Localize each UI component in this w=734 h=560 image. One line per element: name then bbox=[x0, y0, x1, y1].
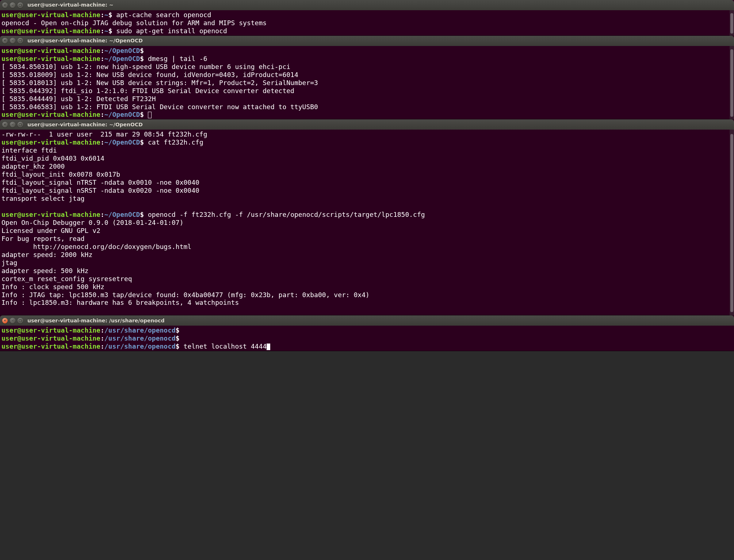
terminal-text: ftdi_layout_signal nTRST -ndata 0x0010 -… bbox=[1, 179, 199, 186]
terminal-text: [ 5835.044449] usb 1-2: Detected FT232H bbox=[1, 95, 156, 103]
terminal-line: [ 5835.018013] usb 1-2: New USB device s… bbox=[1, 79, 733, 87]
terminal-text: Licensed under GNU GPL v2 bbox=[1, 227, 100, 234]
terminal-line: adapter_khz 2000 bbox=[1, 162, 733, 170]
terminal-window: ×–▢user@user-virtual-machine: /usr/share… bbox=[0, 315, 734, 351]
window-maximize-button[interactable]: ▢ bbox=[18, 38, 23, 43]
terminal-window: ×–▢user@user-virtual-machine: ~user@user… bbox=[0, 0, 734, 36]
terminal-line: [ 5835.018009] usb 1-2: New USB device f… bbox=[1, 71, 733, 79]
minimize-icon: – bbox=[12, 39, 14, 43]
minimize-icon: – bbox=[12, 318, 14, 322]
maximize-icon: ▢ bbox=[19, 39, 22, 43]
window-minimize-button[interactable]: – bbox=[10, 3, 15, 8]
terminal-body[interactable]: user@user-virtual-machine:~/OpenOCD$user… bbox=[0, 46, 734, 120]
window-titlebar[interactable]: ×–▢user@user-virtual-machine: ~ bbox=[0, 0, 734, 10]
window-close-button[interactable]: × bbox=[2, 122, 8, 127]
scrollbar[interactable] bbox=[730, 130, 734, 315]
terminal-text: adapter_khz 2000 bbox=[1, 162, 65, 170]
terminal-window: ×–▢user@user-virtual-machine: ~/OpenOCD-… bbox=[0, 119, 734, 315]
terminal-text: $ bbox=[140, 211, 148, 218]
terminal-body[interactable]: -rw-rw-r-- 1 user user 215 mar 29 08:54 … bbox=[0, 130, 734, 315]
window-title: user@user-virtual-machine: ~ bbox=[27, 2, 114, 8]
terminal-line: [ 5835.044392] ftdi_sio 1-2:1.0: FTDI US… bbox=[1, 87, 733, 95]
terminal-line: adapter speed: 500 kHz bbox=[1, 267, 733, 275]
terminal-line: ftdi_vid_pid 0x0403 0x6014 bbox=[1, 154, 733, 162]
maximize-icon: ▢ bbox=[19, 3, 22, 7]
minimize-icon: – bbox=[12, 3, 14, 7]
terminal-text: /usr/share/openocd bbox=[104, 334, 176, 342]
maximize-icon: ▢ bbox=[19, 122, 22, 126]
terminal-text: Info : JTAG tap: lpc1850.m3 tap/device f… bbox=[1, 291, 370, 299]
terminal-body[interactable]: user@user-virtual-machine:~$ apt-cache s… bbox=[0, 10, 734, 36]
terminal-line: ftdi_layout_signal nSRST -ndata 0x0020 -… bbox=[1, 187, 733, 195]
window-titlebar[interactable]: ×–▢user@user-virtual-machine: ~/OpenOCD bbox=[0, 36, 734, 46]
terminal-text: $ bbox=[176, 334, 180, 342]
terminal-text: ~/OpenOCD bbox=[104, 47, 140, 54]
terminal-body[interactable]: user@user-virtual-machine:/usr/share/ope… bbox=[0, 326, 734, 351]
terminal-line: user@user-virtual-machine:~/OpenOCD$ dme… bbox=[1, 55, 733, 63]
window-minimize-button[interactable]: – bbox=[10, 318, 15, 323]
terminal-text: $ bbox=[140, 111, 148, 118]
terminal-text: $ bbox=[108, 27, 116, 35]
terminal-line: openocd - Open on-chip JTAG debug soluti… bbox=[1, 19, 733, 27]
scrollbar-thumb[interactable] bbox=[730, 49, 733, 117]
scrollbar-thumb[interactable] bbox=[730, 134, 733, 312]
terminal-text: : bbox=[100, 111, 104, 118]
minimize-icon: – bbox=[12, 122, 14, 126]
terminal-text: user@user-virtual-machine bbox=[1, 334, 100, 342]
terminal-text: $ bbox=[140, 55, 148, 62]
terminal-text: user@user-virtual-machine bbox=[1, 55, 100, 62]
window-close-button[interactable]: × bbox=[2, 3, 8, 8]
terminal-text: adapter speed: 2000 kHz bbox=[1, 251, 92, 258]
terminal-text: cortex_m reset_config sysresetreq bbox=[1, 275, 132, 283]
terminal-text: interface ftdi bbox=[1, 146, 57, 154]
terminal-text: : bbox=[100, 11, 104, 19]
terminal-text: ~ bbox=[104, 11, 108, 19]
window-minimize-button[interactable]: – bbox=[10, 122, 15, 127]
terminal-text: ~ bbox=[104, 27, 108, 35]
terminal-text: $ bbox=[176, 342, 184, 350]
window-titlebar[interactable]: ×–▢user@user-virtual-machine: ~/OpenOCD bbox=[0, 119, 734, 130]
terminal-line: Open On-Chip Debugger 0.9.0 (2018-01-24-… bbox=[1, 219, 733, 227]
terminal-text: : bbox=[100, 138, 104, 146]
terminal-line: jtag bbox=[1, 259, 733, 267]
terminal-text: : bbox=[100, 47, 104, 54]
terminal-text: user@user-virtual-machine bbox=[1, 342, 100, 350]
terminal-line: -rw-rw-r-- 1 user user 215 mar 29 08:54 … bbox=[1, 130, 733, 138]
terminal-text: cat ft232h.cfg bbox=[148, 138, 203, 146]
window-close-button[interactable]: × bbox=[2, 318, 8, 323]
scrollbar-thumb[interactable] bbox=[730, 13, 733, 34]
terminal-text: /usr/share/openocd bbox=[104, 326, 176, 334]
maximize-icon: ▢ bbox=[19, 318, 22, 322]
window-close-button[interactable]: × bbox=[2, 38, 8, 43]
close-icon: × bbox=[4, 318, 6, 322]
terminal-text: apt-cache search openocd bbox=[116, 11, 211, 19]
close-icon: × bbox=[4, 122, 6, 126]
terminal-text: http://openocd.org/doc/doxygen/bugs.html bbox=[1, 243, 191, 250]
terminal-text: : bbox=[100, 342, 104, 350]
terminal-text: $ bbox=[140, 47, 144, 54]
terminal-line: [ 5834.850310] usb 1-2: new high-speed U… bbox=[1, 63, 733, 71]
terminal-line: http://openocd.org/doc/doxygen/bugs.html bbox=[1, 243, 733, 251]
terminal-line bbox=[1, 307, 733, 315]
terminal-text: sudo apt-get install openocd bbox=[116, 27, 227, 35]
terminal-line: user@user-virtual-machine:~$ sudo apt-ge… bbox=[1, 27, 733, 35]
terminal-text: user@user-virtual-machine bbox=[1, 138, 100, 146]
close-icon: × bbox=[4, 3, 6, 7]
terminal-text: $ bbox=[108, 11, 116, 19]
window-maximize-button[interactable]: ▢ bbox=[18, 122, 23, 127]
terminal-window: ×–▢user@user-virtual-machine: ~/OpenOCDu… bbox=[0, 36, 734, 120]
terminal-text: : bbox=[100, 27, 104, 35]
window-titlebar[interactable]: ×–▢user@user-virtual-machine: /usr/share… bbox=[0, 315, 734, 326]
window-maximize-button[interactable]: ▢ bbox=[18, 318, 23, 323]
terminal-text: dmesg | tail -6 bbox=[148, 55, 207, 62]
window-maximize-button[interactable]: ▢ bbox=[18, 3, 23, 8]
terminal-text: user@user-virtual-machine bbox=[1, 111, 100, 118]
terminal-line: adapter speed: 2000 kHz bbox=[1, 251, 733, 259]
terminal-text: user@user-virtual-machine bbox=[1, 47, 100, 54]
terminal-text: ~/OpenOCD bbox=[104, 55, 140, 62]
terminal-text: : bbox=[100, 326, 104, 334]
window-minimize-button[interactable]: – bbox=[10, 38, 15, 43]
terminal-line: Licensed under GNU GPL v2 bbox=[1, 227, 733, 235]
scrollbar[interactable] bbox=[730, 46, 734, 120]
scrollbar[interactable] bbox=[730, 10, 734, 36]
